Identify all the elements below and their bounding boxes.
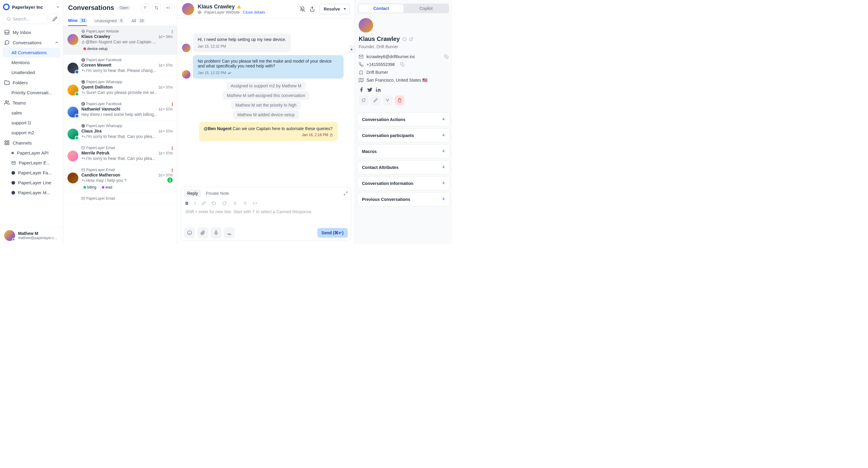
svg-rect-49 [446, 56, 448, 59]
new-conv-button[interactable] [359, 96, 368, 105]
nav-label: PaperLayer Fa... [18, 170, 52, 175]
link-button[interactable] [202, 201, 206, 205]
collapse-icon [166, 6, 170, 10]
filter-button[interactable] [141, 4, 149, 12]
nav-teams[interactable]: Teams [0, 98, 63, 108]
sort-button[interactable] [152, 4, 161, 12]
share-icon[interactable] [310, 6, 315, 12]
nav-team-sales[interactable]: sales [0, 108, 63, 118]
conversation-item[interactable]: PaperLayer Website Klaus Crawley1d • 34m… [63, 26, 177, 55]
conversation-item[interactable]: PaperLayer Facebook Coreen Mewett1d • 37… [63, 55, 177, 77]
facebook-icon[interactable] [359, 87, 364, 93]
twitter-icon[interactable] [367, 87, 373, 93]
svg-point-40 [187, 231, 191, 235]
nav-label: Mentions [11, 60, 30, 65]
tab-mine[interactable]: Mine11 [68, 16, 87, 26]
message-preview: I'm sorry to hear that. Can you plea... [82, 156, 173, 161]
accordion-section[interactable]: Contact Attributes+ [358, 160, 450, 174]
code-button[interactable] [253, 201, 257, 205]
conversation-item[interactable]: PaperLayer Email Merrile Petruk1d • 37m … [63, 143, 177, 165]
redo-button[interactable] [222, 201, 226, 205]
bold-button[interactable]: B [185, 201, 188, 206]
nav-all-conversations[interactable]: All Conversations [2, 47, 61, 58]
resolve-label: Resolve [324, 7, 340, 11]
info-icon[interactable] [402, 37, 407, 41]
audio-button[interactable] [211, 227, 221, 238]
phone-icon [359, 62, 364, 67]
accordion-section[interactable]: Conversation Information+ [358, 176, 450, 190]
nav-channels[interactable]: Channels [0, 138, 63, 148]
conversation-item[interactable]: PaperLayer Whatsapp Quent Dalliston1d • … [63, 77, 177, 99]
list-ol-button[interactable] [243, 201, 247, 205]
nav-channel-email[interactable]: PaperLayer E... [0, 158, 63, 168]
nav-label: Channels [13, 140, 32, 145]
delete-button[interactable] [395, 96, 404, 105]
label-tag: device-setup [82, 46, 110, 52]
attach-button[interactable] [197, 227, 208, 238]
nav-channel-fb[interactable]: PaperLayer Fa... [0, 168, 63, 178]
compose-button[interactable] [50, 14, 60, 24]
collapse-button[interactable] [164, 4, 172, 12]
message-input[interactable]: Shift + enter for new line. Start with '… [181, 207, 351, 225]
user-menu[interactable]: Mathew M mathew@paperlayer.c... [0, 227, 63, 244]
accordion-section[interactable]: Conversation participants+ [358, 128, 450, 142]
accordion-section[interactable]: Previous Conversations+ [358, 192, 450, 206]
expand-icon[interactable] [344, 191, 348, 196]
nav-my-inbox[interactable]: My Inbox [0, 27, 63, 37]
reply-tab[interactable]: Reply [184, 190, 201, 197]
nav-team-support2[interactable]: support m2 [0, 128, 63, 138]
undo-button[interactable] [212, 201, 216, 205]
tab-unassigned[interactable]: Unassigned5 [94, 16, 124, 26]
private-note-tab[interactable]: Private Note [203, 190, 232, 197]
nav-team-support1[interactable]: support l1 [0, 118, 63, 128]
nav-label: Folders [13, 80, 28, 85]
status-chip[interactable]: Open [117, 5, 131, 10]
signature-icon [227, 230, 232, 235]
avatar [67, 129, 79, 139]
nav-unattended[interactable]: Unattended [0, 67, 63, 77]
sign-button[interactable] [224, 227, 235, 238]
list-ul-button[interactable] [232, 201, 237, 205]
conversation-item[interactable]: PaperLayer Whatsapp Claus Jira1d • 37m I… [63, 121, 177, 143]
accordion-section[interactable]: Macros+ [358, 144, 450, 158]
conversation-list[interactable]: PaperLayer Website Klaus Crawley1d • 34m… [63, 26, 177, 244]
details-panel: Contact Copilot Klaus Crawley Founder, D… [355, 0, 452, 244]
nav-priority[interactable]: Priority Conversati... [0, 88, 63, 98]
contact-avatar [182, 3, 194, 15]
inbox-icon [4, 30, 10, 35]
italic-button[interactable]: I [194, 201, 195, 206]
conversation-item[interactable]: PaperLayer Email [63, 193, 177, 204]
nav-channel-line[interactable]: PaperLayer Line [0, 178, 63, 188]
close-details-link[interactable]: Close details [243, 10, 265, 14]
emoji-button[interactable] [184, 227, 195, 238]
svg-rect-5 [7, 141, 9, 142]
merge-button[interactable] [383, 96, 393, 105]
tab-count: 11 [80, 18, 87, 23]
send-button[interactable]: Send (⌘↵) [317, 228, 348, 238]
org-switcher[interactable]: Paperlayer Inc [0, 0, 63, 14]
linkedin-icon[interactable] [375, 87, 381, 93]
nav-conversations[interactable]: Conversations [0, 37, 63, 47]
copy-icon[interactable] [444, 55, 448, 59]
external-link-icon[interactable] [409, 37, 413, 41]
search-input[interactable]: Search... [3, 14, 47, 24]
mute-icon[interactable] [300, 6, 305, 12]
unread-badge: 1 [167, 177, 173, 183]
conversation-item[interactable]: PaperLayer Email Candice Matherson1d • 3… [63, 165, 177, 193]
nav-mentions[interactable]: Mentions [0, 58, 63, 67]
expand-panel-button[interactable]: ▸ [349, 45, 355, 53]
tab-all[interactable]: All18 [131, 16, 146, 26]
edit-contact-button[interactable] [371, 96, 380, 105]
copy-icon[interactable] [400, 62, 404, 67]
nav-folders[interactable]: Folders [0, 77, 63, 88]
tab-contact[interactable]: Contact [359, 4, 404, 13]
avatar [67, 107, 79, 118]
tab-copilot[interactable]: Copilot [404, 4, 448, 13]
accordion-section[interactable]: Conversation Actions+ [358, 112, 450, 127]
resolve-button[interactable]: Resolve [319, 4, 350, 14]
nav-channel-m[interactable]: PaperLayer M... [0, 188, 63, 198]
conversation-item[interactable]: PaperLayer Facebook Nathaniel Vannuchi1d… [63, 99, 177, 121]
nav-channel-api[interactable]: PaperLayer API [0, 148, 63, 158]
label-tag: lead [100, 185, 115, 190]
mention: @Ben Nugent [204, 126, 231, 131]
